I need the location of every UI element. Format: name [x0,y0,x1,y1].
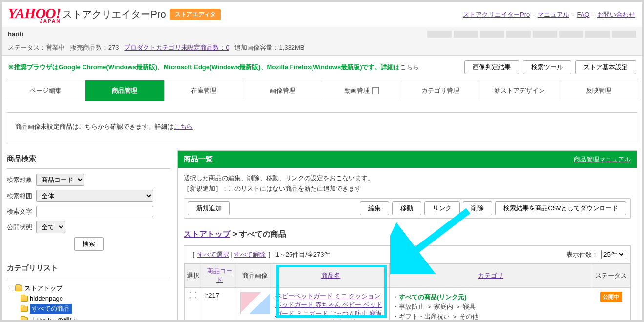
search-panel-title: 商品検索 [7,150,170,169]
search-tool-button[interactable]: 検索ツール [523,60,571,74]
edit-button[interactable]: 編集 [360,201,389,215]
delete-button[interactable]: 削除 [463,201,492,215]
link-faq[interactable]: FAQ [577,11,589,18]
browser-note: ※推奨ブラウザはGoogle Chrome(Windows最新版)、Micros… [8,63,419,72]
tab-image-mgmt[interactable]: 画像管理 [243,80,322,101]
store-name: hariti [8,30,23,38]
publish-state-label: 公開状態 [7,223,36,232]
main-panel: 商品一覧 商品管理マニュアル 選択した商品の編集、削除、移動、リンクの設定をおこ… [177,150,637,322]
link-creator[interactable]: ストアクリエイターPro [463,11,530,18]
main-title: 商品一覧 [184,155,213,164]
th-code[interactable]: 商品コード [202,264,237,288]
th-name[interactable]: 商品名 [272,264,390,288]
th-status: ステータス [592,264,630,288]
cell-code: h217 [202,288,237,322]
tab-new-design[interactable]: 新ストアデザイン [480,80,560,101]
select-all-link[interactable]: すべて選択 [197,251,229,258]
tree-item-root[interactable]: − ストアトップ [8,283,170,294]
search-keyword-label: 検索文字 [7,207,36,216]
tab-stock-mgmt[interactable]: 在庫管理 [165,80,244,101]
uncat-link[interactable]: プロダクトカテゴリ未設定商品数：0 [124,44,229,51]
per-page-select[interactable]: 25件 [601,250,625,259]
list-header: ［ すべて選択 | すべて解除 ］ 1～25件目/全273件 表示件数： 25件 [184,246,630,263]
th-image: 商品画像 [237,264,272,288]
cell-category: すべての商品(リンク元) 事故防止 ＞ 家庭内 ＞ 寝具 ギフト・出産祝い ＞ … [390,288,592,322]
folder-icon [15,285,22,291]
tab-product-mgmt[interactable]: 商品管理 [85,80,165,101]
breadcrumb: ストアトップ > すべての商品 [184,229,631,240]
store-basic-button[interactable]: ストア基本設定 [575,60,636,74]
move-button[interactable]: 移動 [392,201,421,215]
tree-item-hariti[interactable]: 「Hariti」の想い [21,315,170,322]
search-range-label: 検索範囲 [7,192,36,201]
products-count: 273 [108,44,119,51]
link-button[interactable]: リンク [424,201,460,215]
category-panel-title: カテゴリリスト [7,260,170,278]
cat-main: すべての商品(リンク元) [399,293,467,301]
th-category[interactable]: カテゴリ [390,264,592,288]
row-checkbox[interactable] [190,292,196,298]
cat-line-1: 事故防止 ＞ 家庭内 ＞ 寝具 [393,302,589,311]
collapse-icon[interactable]: − [8,286,13,291]
main-header: 商品一覧 商品管理マニュアル [178,151,637,168]
tab-category-mgmt[interactable]: カテゴリ管理 [401,80,480,101]
sidebar: 商品検索 検索対象 商品コード 検索範囲 全体 検索文字 公開状態 全て 検索 … [7,150,170,322]
tree-item-all[interactable]: すべての商品 [21,303,170,315]
breadcrumb-current: すべての商品 [239,230,286,238]
folder-icon [21,317,28,322]
cat-line-2: ギフト・出産祝い ＞ その他 [393,312,589,321]
logo[interactable]: YAHOO! JAPAN [8,5,61,24]
tree-label-hariti[interactable]: 「Hariti」の想い [30,316,76,322]
browser-bar: ※推奨ブラウザはGoogle Chrome(Windows最新版)、Micros… [2,56,642,80]
range-text: 1～25件目/全273件 [275,251,330,258]
tree-label-root[interactable]: ストアトップ [24,284,62,293]
store-thumbs [427,31,636,38]
per-page-label: 表示件数： [566,250,598,259]
main-tabs: ページ編集 商品管理 在庫管理 画像管理 動画管理 カテゴリ管理 新ストアデザイ… [6,80,638,101]
th-select: 選択 [185,264,202,288]
search-keyword-input[interactable] [36,206,153,217]
notice-box: 商品画像未設定商品はこちらから確認できます。詳細はこちら [7,112,637,141]
product-manual-link[interactable]: 商品管理マニュアル [574,155,631,164]
product-name-link[interactable]: ベビーベッドガード ミニ クッション ベッドガード 赤ちゃん ベビー ベッドガー… [275,292,382,322]
search-target-label: 検索対象 [7,176,36,184]
editor-badge: ストアエディタ [170,9,221,20]
add-button[interactable]: 新規追加 [188,201,230,215]
deselect-all-link[interactable]: すべて解除 [234,251,266,258]
toolbar-buttons: 画像判定結果 検索ツール ストア基本設定 [464,60,636,74]
folder-icon [21,306,28,312]
search-button[interactable]: 検索 [74,237,104,251]
notice-text: 商品画像未設定商品はこちらから確認できます。詳細は [15,123,174,130]
breadcrumb-sep: > [230,230,239,238]
category-tree: − ストアトップ hiddenpage すべての商品 「Hariti」の想い 新… [8,283,170,322]
list-box: ［ すべて選択 | すべて解除 ］ 1～25件目/全273件 表示件数： 25件… [184,245,631,322]
header-links: ストアクリエイターPro - マニュアル - FAQ - お問い合わせ [462,10,636,19]
link-contact[interactable]: お問い合わせ [597,11,635,18]
search-target-select[interactable]: 商品コード [36,174,84,186]
status-badge: 公開中 [600,292,622,302]
tree-label-hidden[interactable]: hiddenpage [30,295,63,302]
search-range-select[interactable]: 全体 [36,190,153,202]
product-thumb[interactable] [240,292,270,314]
tree-item-hidden[interactable]: hiddenpage [21,294,170,303]
tab-reflect-mgmt[interactable]: 反映管理 [559,80,638,101]
publish-state-select[interactable]: 全て [36,221,65,233]
folder-icon [21,296,28,302]
action-bar: 新規追加 編集 移動 リンク 削除 検索結果を商品CSVとしてダウンロード [184,198,631,219]
breadcrumb-top[interactable]: ストアトップ [184,230,230,238]
csv-download-button[interactable]: 検索結果を商品CSVとしてダウンロード [495,201,626,215]
notice-link[interactable]: こちら [174,123,193,130]
browser-detail-link[interactable]: こちら [400,63,419,71]
app-title: ストアクリエイターPro [62,8,166,21]
header: YAHOO! JAPAN ストアクリエイターPro ストアエディタ ストアクリエ… [2,2,642,27]
link-manual[interactable]: マニュアル [538,11,569,18]
products-label: 販売商品数： [70,44,108,51]
tab-page-edit[interactable]: ページ編集 [6,80,85,101]
tab-video-mgmt[interactable]: 動画管理 [322,80,401,101]
tree-label-all: すべての商品 [30,304,72,314]
image-judgment-button[interactable]: 画像判定結果 [464,60,519,74]
main-description: 選択した商品の編集、削除、移動、リンクの設定をおこないます。 ［新規追加］：この… [184,173,631,194]
status-bar: ステータス：営業中 販売商品数：273 プロダクトカテゴリ未設定商品数：0 追加… [2,40,642,56]
table-row: h217 ベビーベッドガード ミニ クッション ベッドガード 赤ちゃん ベビー … [185,288,630,322]
copy-icon [373,88,379,94]
